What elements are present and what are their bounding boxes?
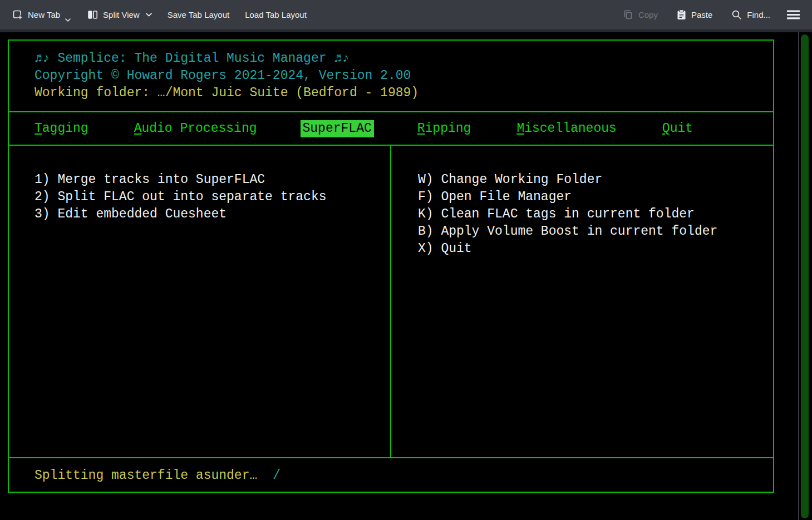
option-quit[interactable]: X) Quit [418,240,773,257]
menu-item-ripping[interactable]: Ripping [417,120,471,137]
menu-bar: Tagging Audio Processing SuperFLAC Rippi… [9,112,773,146]
menu-item-audio-processing[interactable]: Audio Processing [134,120,257,137]
option-clean-flac-tags[interactable]: K) Clean FLAC tags in current folder [418,206,773,223]
status-bar: Splitting masterfile asunder…/ [9,458,773,492]
search-icon [731,9,742,20]
status-message: Splitting masterfile asunder… [35,468,257,483]
chevron-down-icon[interactable] [65,18,71,22]
content-panels: 1) Merge tracks into SuperFLAC 2) Split … [9,146,773,458]
spinner-glyph: / [273,468,280,483]
split-view-icon [87,10,98,19]
copy-button[interactable]: Copy [617,5,663,24]
load-tab-layout-button[interactable]: Load Tab Layout [239,6,312,24]
new-tab-label: New Tab [28,10,60,19]
option-edit-cuesheet[interactable]: 3) Edit embedded Cuesheet [35,206,390,223]
option-apply-volume-boost[interactable]: B) Apply Volume Boost in current folder [418,223,773,240]
terminal-toolbar: New Tab Split View Save Tab Layout Load … [0,0,812,32]
menu-item-tagging[interactable]: Tagging [35,120,88,137]
working-folder-label: Working folder: …/Mont Juic Suite (Bedfo… [35,85,773,102]
app-copyright: Copyright © Howard Rogers 2021-2024, Ver… [35,67,773,85]
chevron-down-icon[interactable] [146,13,152,17]
scrollbar-track-divider [798,32,799,520]
menu-item-quit[interactable]: Quit [662,120,693,137]
menu-button[interactable] [784,6,803,24]
terminal-viewport[interactable]: ♬♪ Semplice: The Digital Music Manager ♬… [0,32,812,520]
option-change-working-folder[interactable]: W) Change Working Folder [418,171,773,189]
find-button[interactable]: Find... [726,5,776,24]
paste-label: Paste [691,10,712,19]
save-tab-layout-button[interactable]: Save Tab Layout [162,6,235,24]
option-open-file-manager[interactable]: F) Open File Manager [418,189,773,206]
paste-button[interactable]: Paste [671,5,718,24]
option-merge-tracks[interactable]: 1) Merge tracks into SuperFLAC [35,171,390,189]
copy-label: Copy [638,10,658,19]
find-label: Find... [747,10,770,19]
new-tab-button[interactable]: New Tab [7,5,77,24]
option-split-flac[interactable]: 2) Split FLAC out into separate tracks [35,189,390,206]
menu-item-superflac[interactable]: SuperFLAC [301,120,374,137]
split-view-label: Split View [103,10,140,19]
app-header: ♬♪ Semplice: The Digital Music Manager ♬… [9,41,773,112]
global-options-panel: W) Change Working Folder F) Open File Ma… [391,146,773,457]
save-tab-layout-label: Save Tab Layout [168,10,229,19]
split-view-button[interactable]: Split View [82,6,158,24]
new-tab-icon [12,9,23,20]
scrollbar-thumb[interactable] [801,34,809,518]
app-title: ♬♪ Semplice: The Digital Music Manager ♬… [35,50,773,67]
load-tab-layout-label: Load Tab Layout [245,10,307,19]
copy-icon [623,9,633,20]
superflac-options-panel: 1) Merge tracks into SuperFLAC 2) Split … [9,146,391,457]
hamburger-menu-icon [787,10,800,19]
menu-item-miscellaneous[interactable]: Miscellaneous [516,120,616,137]
semplice-tui-window: ♬♪ Semplice: The Digital Music Manager ♬… [8,39,774,493]
paste-icon [677,9,686,20]
